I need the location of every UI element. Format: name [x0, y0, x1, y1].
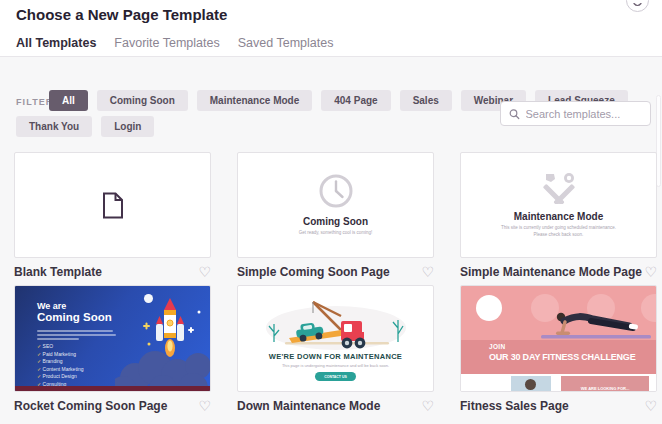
rocket-illustration — [115, 296, 210, 392]
preview-subtext: This site is currently under going sched… — [501, 225, 616, 238]
tow-truck-illustration — [261, 292, 411, 350]
preview-pink-box: WE ARE LOOKING FOR... — [561, 376, 649, 392]
favorite-heart-icon[interactable]: ♡ — [198, 265, 211, 279]
preview-footer-strip — [15, 386, 210, 391]
filter-chip-thank-you[interactable]: Thank You — [16, 116, 92, 137]
search-icon — [509, 108, 520, 120]
preview-subtext: Get ready, something cool is coming! — [299, 230, 373, 236]
template-meta-blank: Blank Template ♡ — [14, 264, 211, 280]
filter-chip-maintenance-mode[interactable]: Maintenance Mode — [197, 90, 312, 111]
template-meta-fitness: Fitness Sales Page ♡ — [460, 398, 657, 414]
template-meta-simple-maintenance: Simple Maintenance Mode Page ♡ — [460, 264, 657, 280]
preview-heading: WE'RE DOWN FOR MAINTENANCE — [269, 352, 402, 361]
favorite-heart-icon[interactable]: ♡ — [644, 265, 657, 279]
blank-page-icon — [102, 192, 124, 219]
template-meta-down-maintenance: Down Maintenance Mode ♡ — [237, 398, 434, 414]
preview-paragraph-placeholder — [37, 330, 116, 340]
preview-heading: Coming Soon — [303, 216, 368, 227]
preview-photo-thumbnail — [511, 376, 551, 392]
favorite-heart-icon[interactable]: ♡ — [421, 399, 434, 413]
template-title: Down Maintenance Mode — [237, 399, 380, 413]
template-title: Fitness Sales Page — [460, 399, 569, 413]
dialog-content: FILTER: All Coming Soon Maintenance Mode… — [0, 57, 662, 424]
preview-heading-line2: Coming Soon — [37, 311, 112, 323]
preview-heading-line1: JOIN — [489, 343, 505, 350]
template-title: Simple Coming Soon Page — [237, 265, 390, 279]
page-title: Choose a New Page Template — [16, 6, 227, 23]
preview-lower-section: WE ARE LOOKING FOR... — [461, 374, 657, 392]
template-chooser-dialog: Choose a New Page Template All Templates… — [0, 0, 662, 424]
template-card-blank[interactable] — [14, 152, 211, 258]
preview-checklist: SEO Paid Marketing Branding Content Mark… — [37, 343, 83, 387]
filter-chip-all[interactable]: All — [49, 90, 88, 111]
smile-icon — [633, 3, 642, 8]
template-title: Simple Maintenance Mode Page — [460, 265, 642, 279]
preview-heading-line1: We are — [37, 301, 66, 311]
help-button[interactable] — [626, 0, 649, 12]
template-card-rocket-coming-soon[interactable]: We are Coming Soon SEO Paid Marketing Br… — [14, 285, 211, 392]
template-card-down-maintenance[interactable]: WE'RE DOWN FOR MAINTENANCE This page is … — [237, 285, 434, 392]
filter-row-2: Thank You Login — [16, 116, 154, 137]
preview-contact-button: CONTACT US — [315, 372, 356, 381]
template-title: Rocket Coming Soon Page — [14, 399, 167, 413]
filter-chip-login[interactable]: Login — [101, 116, 154, 137]
filter-chip-404-page[interactable]: 404 Page — [321, 90, 390, 111]
template-meta-rocket: Rocket Coming Soon Page ♡ — [14, 398, 211, 414]
search-input[interactable] — [526, 108, 642, 120]
preview-subtext: This page is undergoing maintenance and … — [282, 363, 389, 368]
template-card-fitness-sales[interactable]: JOIN OUR 30 DAY FITNESS CHALLENGE WE ARE… — [460, 285, 657, 392]
clock-icon — [318, 173, 354, 209]
favorite-heart-icon[interactable]: ♡ — [421, 265, 434, 279]
search-box[interactable] — [500, 101, 651, 126]
preview-heading-line2: OUR 30 DAY FITNESS CHALLENGE — [489, 352, 635, 362]
favorite-heart-icon[interactable]: ♡ — [644, 399, 657, 413]
filter-chip-coming-soon[interactable]: Coming Soon — [97, 90, 188, 111]
favorite-heart-icon[interactable]: ♡ — [198, 399, 211, 413]
template-meta-simple-coming-soon: Simple Coming Soon Page ♡ — [237, 264, 434, 280]
template-title: Blank Template — [14, 265, 102, 279]
template-card-simple-maintenance[interactable]: Maintenance Mode This site is currently … — [460, 152, 657, 258]
filter-chip-sales[interactable]: Sales — [400, 90, 452, 111]
preview-heading: Maintenance Mode — [514, 211, 603, 222]
tools-icon — [542, 172, 576, 204]
template-card-simple-coming-soon[interactable]: Coming Soon Get ready, something cool is… — [237, 152, 434, 258]
